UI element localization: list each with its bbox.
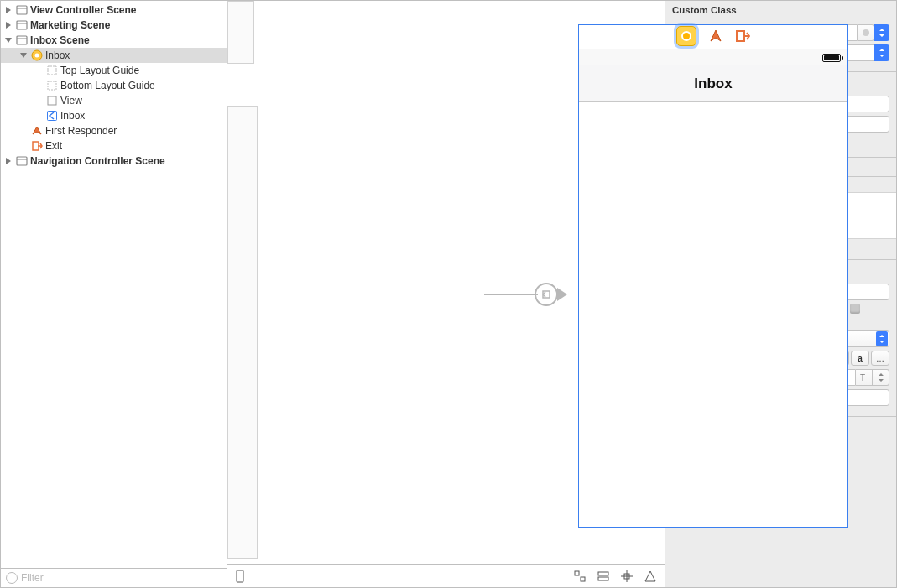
first-responder-icon: [30, 125, 43, 138]
disclosure-right-icon[interactable]: [4, 157, 13, 165]
segue-line-icon: [484, 294, 538, 295]
svg-rect-10: [48, 96, 56, 105]
segue-kind-icon: [535, 283, 558, 306]
svg-rect-4: [17, 36, 27, 44]
canvas-bottom-bar: [227, 564, 665, 587]
scene-label: View Controller Scene: [30, 4, 137, 16]
scene-icon: [15, 155, 28, 168]
disclosure-down-icon[interactable]: [4, 36, 13, 44]
segue-arrow[interactable]: [484, 283, 567, 306]
svg-rect-20: [598, 572, 608, 575]
svg-rect-8: [48, 66, 56, 75]
color-swatch[interactable]: [850, 304, 860, 314]
navigation-item-label: Inbox: [60, 110, 85, 122]
disclosure-down-icon[interactable]: [19, 51, 28, 60]
chevron-updown-icon: [876, 331, 888, 346]
vc-label: Inbox: [45, 49, 70, 61]
navigation-item-row[interactable]: Inbox: [1, 108, 227, 123]
view-label: View: [60, 95, 82, 107]
view-controller-canvas[interactable]: Inbox: [578, 24, 848, 528]
storyboard-canvas[interactable]: Inbox: [227, 1, 665, 587]
navigation-item-icon: [45, 110, 58, 122]
layout-guide-label: Top Layout Guide: [60, 65, 139, 76]
device-selector-button[interactable]: [234, 569, 249, 584]
scene-row-viewcontroller[interactable]: View Controller Scene: [1, 3, 227, 18]
battery-icon: [822, 54, 841, 62]
svg-rect-15: [543, 291, 550, 298]
module-dropdown-button[interactable]: [874, 44, 889, 61]
bottom-layout-guide-row[interactable]: Bottom Layout Guide: [1, 78, 227, 93]
svg-point-7: [34, 54, 39, 58]
scene-icon: [15, 19, 28, 32]
scene-icon: [15, 4, 28, 17]
first-responder-row[interactable]: First Responder: [1, 123, 227, 138]
exit-icon: [30, 140, 43, 153]
scene-icon: [15, 34, 28, 47]
filter-input[interactable]: [21, 572, 222, 584]
layout-guide-label: Bottom Layout Guide: [60, 80, 155, 91]
layout-guide-icon: [45, 65, 58, 77]
svg-rect-18: [575, 571, 579, 575]
custom-class-header: Custom Class: [665, 1, 896, 19]
font-picker-button[interactable]: T: [856, 369, 873, 386]
navigation-bar[interactable]: Inbox: [579, 65, 847, 102]
view-icon: [45, 95, 58, 107]
filter-scope-icon[interactable]: [6, 572, 18, 584]
scene-label: Inbox Scene: [30, 34, 90, 46]
top-layout-guide-row[interactable]: Top Layout Guide: [1, 63, 227, 78]
svg-rect-12: [33, 142, 39, 150]
svg-rect-13: [17, 157, 27, 165]
resolve-tool-icon[interactable]: [643, 569, 658, 584]
exit-label: Exit: [45, 140, 62, 152]
pin-tool-icon[interactable]: [619, 569, 634, 584]
offscreen-scene[interactable]: [227, 1, 254, 64]
svg-rect-17: [237, 570, 243, 582]
offscreen-scene[interactable]: [227, 106, 258, 559]
align-tool-icon[interactable]: [572, 569, 587, 584]
scene-row-inbox[interactable]: Inbox Scene: [1, 33, 227, 48]
svg-rect-2: [17, 21, 27, 29]
stack-tool-icon[interactable]: [596, 569, 611, 584]
font-stepper-button[interactable]: [873, 369, 889, 386]
clear-class-button[interactable]: [858, 24, 874, 41]
svg-point-25: [863, 29, 869, 36]
arrowhead-icon: [557, 288, 567, 301]
status-bar: [579, 49, 847, 65]
vc-row-inbox[interactable]: Inbox: [1, 48, 227, 63]
exit-row[interactable]: Exit: [1, 138, 227, 154]
disclosure-right-icon[interactable]: [4, 6, 13, 14]
first-responder-label: First Responder: [45, 125, 117, 137]
outline-filter-bar: [1, 568, 227, 587]
scene-label: Navigation Controller Scene: [30, 155, 165, 167]
outline-tree[interactable]: View Controller Scene Marketing Scene In…: [1, 1, 227, 568]
disclosure-right-icon[interactable]: [4, 21, 13, 29]
svg-rect-9: [48, 81, 56, 90]
scene-row-marketing[interactable]: Marketing Scene: [1, 18, 227, 33]
class-dropdown-button[interactable]: [874, 24, 889, 41]
navigation-title: Inbox: [694, 75, 732, 92]
view-row[interactable]: View: [1, 93, 227, 108]
text-style-icon[interactable]: a: [851, 351, 869, 366]
document-outline: View Controller Scene Marketing Scene In…: [1, 1, 227, 587]
layout-guide-icon: [45, 80, 58, 92]
svg-rect-21: [598, 577, 608, 580]
more-notes-icon[interactable]: …: [871, 351, 889, 366]
svg-rect-0: [17, 6, 27, 14]
scene-label: Marketing Scene: [30, 19, 110, 31]
svg-rect-19: [581, 577, 585, 581]
scene-row-navcontroller[interactable]: Navigation Controller Scene: [1, 154, 227, 169]
viewcontroller-icon: [30, 49, 43, 62]
svg-text:T: T: [860, 373, 865, 382]
